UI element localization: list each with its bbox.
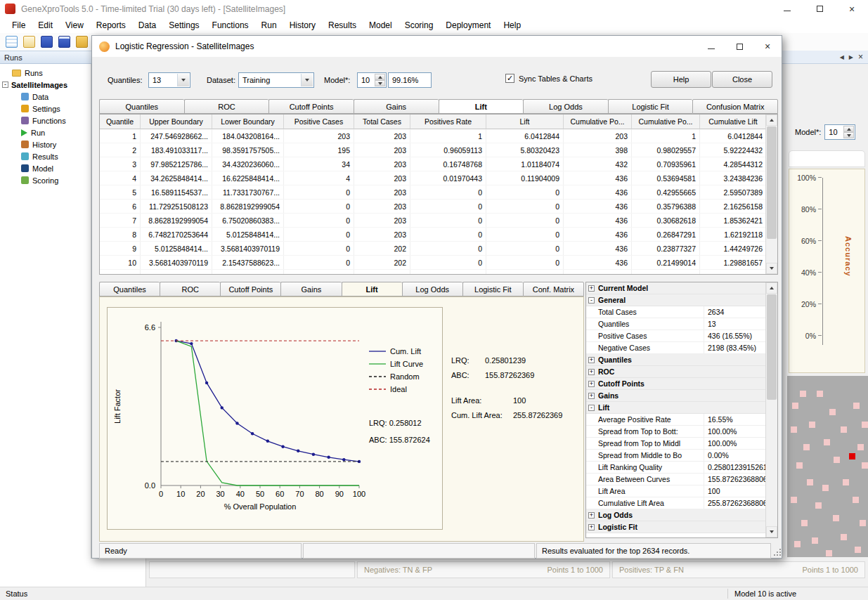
table-tab-cutoff-points[interactable]: Cutoff Points [268, 99, 354, 114]
tree-item-satelliteimages[interactable]: - SatelliteImages [0, 79, 91, 91]
chevron-down-icon[interactable] [301, 74, 313, 86]
chart-tab-gains[interactable]: Gains [280, 282, 341, 296]
table-row[interactable]: 103.56814039701192.15437588623...0202004… [100, 256, 777, 270]
expand-icon[interactable]: + [588, 524, 595, 530]
dataset-dropdown[interactable]: Training [238, 72, 314, 88]
scrollbar-thumb[interactable] [767, 294, 777, 400]
expand-icon[interactable]: + [588, 285, 595, 292]
save-icon[interactable] [41, 36, 53, 48]
property-category-roc[interactable]: +ROC [586, 366, 766, 378]
property-category-gains[interactable]: +Gains [586, 390, 766, 402]
window-maximize-button[interactable] [803, 0, 836, 18]
spin-down-icon[interactable] [843, 132, 854, 138]
tree-item-results[interactable]: Results [0, 150, 91, 162]
expand-icon[interactable]: + [588, 369, 595, 375]
table-tab-confusion-matrix[interactable]: Confusion Matrix [692, 99, 778, 114]
spin-down-icon[interactable] [375, 80, 385, 86]
table-row[interactable]: 516.5891154537...11.7331730767...0203004… [100, 185, 777, 200]
chart-tab-cutoff-points[interactable]: Cutoff Points [220, 282, 280, 296]
menu-item-results[interactable]: Results [322, 18, 363, 33]
scrollbar-thumb[interactable] [767, 126, 777, 239]
spin-up-icon[interactable] [375, 74, 385, 80]
nav-close-icon[interactable]: × [858, 52, 863, 62]
data-grid-icon[interactable] [6, 36, 18, 48]
collapse-icon[interactable]: - [588, 297, 595, 304]
tree-item-data[interactable]: Data [0, 91, 91, 103]
model-fitness-field[interactable]: 99.16% [388, 72, 432, 88]
property-category-current-model[interactable]: +Current Model [586, 282, 766, 294]
chart-icon[interactable] [23, 36, 35, 48]
tree-item-settings[interactable]: Settings [0, 103, 91, 115]
table-tab-roc[interactable]: ROC [184, 99, 269, 114]
table-row[interactable]: 434.2625848414...16.6225848414...42030.0… [100, 171, 777, 185]
table-row[interactable]: 78.86281929990546.75020860383...02030043… [100, 214, 777, 228]
table-row[interactable]: 1247.546928662...184.043208164...2032031… [100, 129, 777, 143]
table-tab-quantiles[interactable]: Quantiles [99, 99, 184, 114]
table-row[interactable]: 397.9852125786...34.4320236060...342030.… [100, 157, 777, 171]
chart-tab-lift[interactable]: Lift [342, 282, 402, 296]
menu-item-edit[interactable]: Edit [32, 18, 59, 33]
dialog-minimize-button[interactable] [697, 36, 725, 57]
table-tab-gains[interactable]: Gains [354, 99, 439, 114]
tree-item-run[interactable]: Run [0, 126, 91, 138]
help-button[interactable]: Help [651, 71, 711, 88]
close-button[interactable]: Close [712, 71, 772, 88]
menu-item-scoring[interactable]: Scoring [399, 18, 440, 33]
table-tab-log-odds[interactable]: Log Odds [523, 99, 608, 114]
menu-item-deployment[interactable]: Deployment [439, 18, 497, 33]
checkbox-check-icon[interactable]: ✓ [505, 74, 514, 83]
chart-tab-quantiles[interactable]: Quantiles [99, 282, 160, 296]
tree-item-model[interactable]: Model [0, 162, 91, 174]
table-row[interactable]: 95.0125848414...3.5681403970119020200436… [100, 242, 777, 256]
menu-item-data[interactable]: Data [132, 18, 162, 33]
chevron-down-icon[interactable] [177, 74, 189, 86]
property-category-lift[interactable]: -Lift [586, 402, 766, 414]
model-spinner[interactable]: 10 [357, 72, 387, 88]
scroll-down-icon[interactable] [766, 526, 777, 537]
expand-icon[interactable]: + [588, 381, 595, 387]
menu-item-functions[interactable]: Functions [206, 18, 255, 33]
collapse-icon[interactable]: - [2, 81, 8, 88]
menu-item-settings[interactable]: Settings [162, 18, 205, 33]
table-tab-lift[interactable]: Lift [439, 99, 524, 114]
property-category-log-odds[interactable]: +Log Odds [586, 509, 766, 521]
resize-grip[interactable] [772, 547, 781, 556]
table-row[interactable]: 86.74821702536445.0125848414...020300436… [100, 228, 777, 242]
scroll-up-icon[interactable] [766, 282, 777, 294]
collapse-icon[interactable]: - [588, 405, 595, 411]
menu-item-reports[interactable]: Reports [90, 18, 132, 33]
nav-right-icon[interactable]: ▶ [849, 54, 853, 60]
property-category-cutoff-points[interactable]: +Cutoff Points [586, 378, 766, 390]
table-row[interactable]: 112.15437588623... [100, 270, 777, 275]
background-model-spinner[interactable]: 10 [824, 124, 855, 140]
nav-left-icon[interactable]: ◀ [840, 54, 844, 60]
expand-icon[interactable]: + [588, 393, 595, 399]
sync-tables-charts-checkbox[interactable]: ✓ Sync Tables & Charts [505, 74, 592, 83]
scroll-up-icon[interactable] [766, 115, 777, 126]
menu-item-help[interactable]: Help [497, 18, 527, 33]
table-scrollbar[interactable] [765, 115, 777, 274]
menu-item-history[interactable]: History [283, 18, 322, 33]
menu-item-view[interactable]: View [59, 18, 90, 33]
property-grid-scrollbar[interactable] [765, 282, 777, 537]
window-minimize-button[interactable] [771, 0, 803, 18]
scroll-down-icon[interactable] [766, 263, 777, 274]
window-titlebar[interactable]: GeneXproTools 5.0 - Time-limited Trial (… [0, 0, 868, 18]
menu-item-run[interactable]: Run [255, 18, 283, 33]
menu-item-file[interactable]: File [6, 18, 32, 33]
dialog-close-button[interactable]: × [753, 36, 782, 57]
tree-item-functions[interactable]: Functions [0, 115, 91, 126]
tree-item-history[interactable]: History [0, 138, 91, 150]
chart-tab-conf-matrix[interactable]: Conf. Matrix [523, 282, 584, 296]
property-category-general[interactable]: -General [586, 294, 766, 306]
open-folder-icon[interactable] [76, 36, 88, 48]
chart-tab-logistic-fit[interactable]: Logistic Fit [462, 282, 523, 296]
table-tab-logistic-fit[interactable]: Logistic Fit [608, 99, 693, 114]
tree-item-scoring[interactable]: Scoring [0, 174, 91, 186]
spin-up-icon[interactable] [843, 126, 854, 132]
expand-icon[interactable]: + [588, 357, 595, 363]
dialog-maximize-button[interactable] [725, 36, 753, 57]
property-category-logistic-fit[interactable]: +Logistic Fit [586, 521, 766, 533]
chart-tab-roc[interactable]: ROC [160, 282, 220, 296]
quantiles-dropdown[interactable]: 13 [148, 72, 190, 88]
